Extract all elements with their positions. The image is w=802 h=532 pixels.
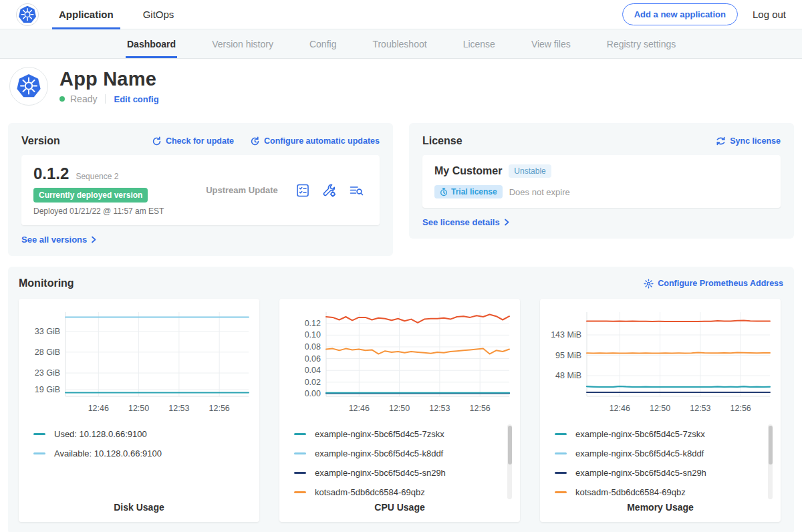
legend-label: example-nginx-5bc6f5d4c5-7zskx [575, 429, 705, 439]
legend-swatch-icon [294, 452, 306, 454]
legend-label: example-nginx-5bc6f5d4c5-sn29h [575, 468, 706, 478]
tab-gitops[interactable]: GitOps [140, 0, 177, 29]
legend-item: Available: 10.128.0.66:9100 [33, 444, 241, 463]
svg-text:12:53: 12:53 [168, 404, 189, 413]
current-version-card: 0.1.2 Sequence 2 Currently deployed vers… [21, 155, 380, 225]
legend-item: example-nginx-5bc6f5d4c5-7zskx [555, 424, 762, 444]
stopwatch-icon [440, 188, 448, 196]
memory-usage-legend: example-nginx-5bc6f5d4c5-7zskxexample-ng… [555, 424, 775, 502]
legend-scrollbar[interactable] [507, 424, 512, 499]
tab-troubleshoot[interactable]: Troubleshoot [371, 29, 428, 58]
version-source-label: Upstream Update [188, 185, 295, 195]
chart-title: Memory Usage [545, 502, 775, 513]
svg-text:12:56: 12:56 [470, 404, 491, 413]
edit-config-link[interactable]: Edit config [114, 94, 158, 104]
tab-application[interactable]: Application [56, 0, 116, 29]
svg-text:48 MiB: 48 MiB [555, 371, 581, 380]
legend-scrollbar-thumb[interactable] [508, 426, 512, 464]
see-all-versions-link[interactable]: See all versions [21, 235, 97, 245]
legend-scrollbar[interactable] [768, 424, 773, 499]
svg-text:12:53: 12:53 [690, 404, 710, 413]
see-all-versions-label: See all versions [21, 235, 87, 245]
top-nav-tabs: Application GitOps [56, 0, 200, 29]
legend-label: kotsadm-5db6dc6584-69qbz [315, 487, 425, 497]
status-divider [105, 94, 106, 104]
deployed-timestamp: Deployed 01/21/22 @ 11:57 am EST [33, 207, 188, 216]
tab-version-history-label: Version history [212, 39, 273, 49]
legend-label: example-nginx-5bc6f5d4c5-7zskx [315, 429, 444, 439]
svg-text:12:50: 12:50 [128, 404, 149, 413]
chevron-right-icon [91, 236, 97, 243]
sync-license-link[interactable]: Sync license [716, 136, 781, 146]
tab-gitops-label: GitOps [143, 9, 174, 20]
customer-name: My Customer [434, 165, 502, 177]
tab-registry-settings[interactable]: Registry settings [606, 29, 677, 58]
svg-text:0.10: 0.10 [305, 330, 321, 340]
legend-swatch-icon [294, 472, 306, 474]
tab-application-label: Application [59, 9, 114, 20]
chart-title: Disk Usage [24, 502, 254, 513]
license-panel-header: License Sync license [422, 135, 781, 147]
see-license-details-link[interactable]: See license details [422, 217, 510, 227]
sync-license-label: Sync license [730, 136, 781, 146]
svg-text:12:46: 12:46 [610, 404, 630, 413]
svg-text:33 GiB: 33 GiB [35, 327, 60, 336]
add-application-button[interactable]: Add a new application [622, 3, 738, 25]
tab-view-files[interactable]: View files [530, 29, 572, 58]
svg-text:12:50: 12:50 [650, 404, 670, 413]
configure-automatic-updates-label: Configure automatic updates [264, 136, 380, 146]
svg-text:12:46: 12:46 [349, 404, 370, 413]
license-type-label: Trial license [451, 187, 497, 196]
tab-version-history[interactable]: Version history [211, 29, 275, 58]
preflight-checks-icon[interactable] [295, 183, 310, 198]
status-ready-dot-icon [59, 96, 65, 102]
license-details-card: My Customer Unstable Trial license Does … [422, 155, 781, 208]
legend-scrollbar-thumb[interactable] [769, 426, 773, 464]
tab-license-label: License [463, 39, 495, 49]
page-title: App Name [59, 68, 159, 90]
legend-item: Used: 10.128.0.66:9100 [33, 424, 241, 444]
legend-label: Used: 10.128.0.66:9100 [54, 429, 147, 439]
version-info: 0.1.2 Sequence 2 Currently deployed vers… [33, 164, 188, 216]
configure-prometheus-link[interactable]: Configure Prometheus Address [644, 279, 783, 289]
memory-usage-chart-card: 143 MiB95 MiB48 MiB12:4612:5012:5312:56 … [540, 299, 781, 522]
svg-text:0.02: 0.02 [305, 378, 321, 387]
cpu-usage-chart-card: 0.120.100.080.060.040.020.0012:4612:5012… [279, 299, 520, 522]
top-nav-bar: Application GitOps Add a new application… [0, 0, 802, 29]
svg-text:19 GiB: 19 GiB [35, 385, 60, 394]
legend-item: example-nginx-5bc6f5d4c5-sn29h [555, 463, 762, 483]
sync-arrows-icon [716, 136, 726, 146]
svg-text:0.08: 0.08 [305, 342, 321, 352]
tab-license[interactable]: License [462, 29, 497, 58]
configure-automatic-updates-link[interactable]: Configure automatic updates [250, 136, 380, 146]
tab-view-files-label: View files [531, 39, 571, 49]
tab-dashboard[interactable]: Dashboard [126, 29, 177, 58]
kubernetes-logo-icon[interactable] [16, 3, 39, 26]
svg-text:0.04: 0.04 [305, 366, 321, 375]
legend-swatch-icon [33, 452, 45, 454]
legend-swatch-icon [294, 491, 306, 493]
tab-registry-settings-label: Registry settings [607, 39, 676, 49]
svg-text:28 GiB: 28 GiB [35, 348, 60, 357]
license-expiry: Does not expire [509, 187, 570, 197]
version-action-icons [295, 183, 368, 198]
config-wrench-icon[interactable] [322, 183, 337, 198]
see-license-details-label: See license details [422, 217, 500, 227]
deploy-logs-icon[interactable] [349, 183, 364, 198]
configure-prometheus-label: Configure Prometheus Address [658, 279, 783, 288]
legend-item: example-nginx-5bc6f5d4c5-k8ddf [294, 444, 501, 463]
cards-row: Version Check for update Configure autom… [0, 115, 802, 267]
logout-button[interactable]: Log out [753, 9, 786, 20]
check-for-update-link[interactable]: Check for update [152, 136, 234, 146]
see-license-details-row: See license details [422, 216, 781, 228]
disk-usage-chart-card: 33 GiB28 GiB23 GiB19 GiB12:4612:5012:531… [19, 299, 259, 522]
svg-text:12:53: 12:53 [429, 404, 450, 413]
license-panel-title: License [422, 135, 462, 147]
tab-config[interactable]: Config [308, 29, 338, 58]
version-panel-header: Version Check for update Configure autom… [21, 135, 380, 147]
legend-label: kotsadm-5db6dc6584-69qbz [575, 487, 686, 497]
legend-item: kotsadm-5db6dc6584-69qbz [555, 483, 762, 502]
tab-config-label: Config [309, 39, 336, 49]
memory-usage-chart: 143 MiB95 MiB48 MiB12:4612:5012:5312:56 [545, 307, 775, 420]
svg-text:143 MiB: 143 MiB [551, 330, 581, 340]
